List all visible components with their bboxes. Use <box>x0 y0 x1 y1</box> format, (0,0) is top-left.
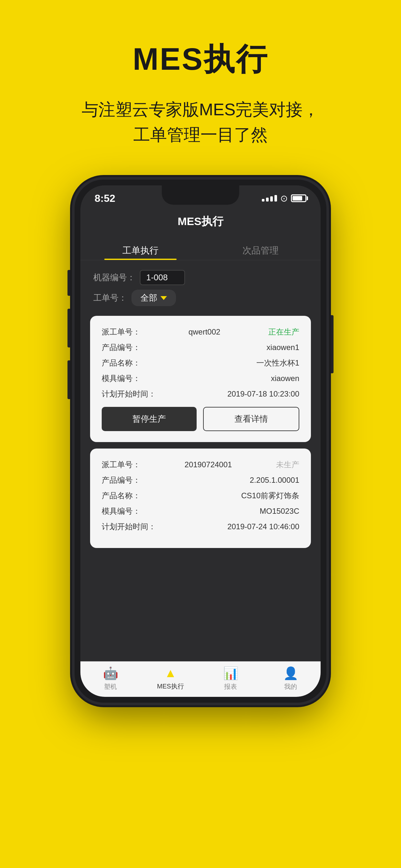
tab-work-order-label: 工单执行 <box>122 244 158 257</box>
battery-icon <box>291 194 306 202</box>
signal-icon <box>262 195 277 202</box>
card2-row-plan-start: 计划开始时间： 2019-07-24 10:46:00 <box>102 522 299 532</box>
chart-icon: 📊 <box>223 666 238 680</box>
product-code-value: xiaowen1 <box>267 343 299 352</box>
card2-plan-start-label: 计划开始时间： <box>102 522 156 532</box>
machine-filter-input[interactable]: 1-008 <box>140 270 185 285</box>
dropdown-arrow-icon <box>160 296 167 300</box>
card2-product-name-value: CS10前雾灯饰条 <box>241 491 299 501</box>
status-badge-pending: 未生产 <box>276 460 299 470</box>
phone-screen: 8:52 ⊙ MES执行 <box>81 185 320 697</box>
card-row-product-code: 产品编号： xiaowen1 <box>102 342 299 352</box>
pause-production-button[interactable]: 暂停生产 <box>102 407 197 431</box>
status-icons: ⊙ <box>262 193 306 204</box>
view-detail-button[interactable]: 查看详情 <box>203 407 299 431</box>
card-row-dispatch: 派工单号： qwert002 正在生产 <box>102 327 299 337</box>
page-subtitle: 与注塑云专家版MES完美对接， 工单管理一目了然 <box>82 97 320 147</box>
status-badge-producing: 正在生产 <box>268 327 299 337</box>
filter-row: 机器编号： 1-008 工单号： 全部 <box>81 260 320 309</box>
product-name-label: 产品名称： <box>102 358 141 368</box>
tab-defect-mgmt-label: 次品管理 <box>243 244 279 257</box>
card2-dispatch-no-label: 派工单号： <box>102 460 141 470</box>
workorder-filter: 工单号： 全部 <box>93 290 308 306</box>
app-header: MES执行 <box>81 209 320 235</box>
nav-item-mes[interactable]: ▲ MES执行 <box>141 666 201 691</box>
card2-plan-start-value: 2019-07-24 10:46:00 <box>227 522 299 531</box>
robot-icon: 🤖 <box>103 666 118 680</box>
card2-dispatch-no-value: 20190724001 <box>185 460 232 469</box>
machine-filter: 机器编号： 1-008 <box>93 270 308 285</box>
machine-filter-label: 机器编号： <box>93 272 135 283</box>
card-row-product-name: 产品名称： 一次性水杯1 <box>102 358 299 368</box>
card-row-mold: 模具编号： xiaowen <box>102 373 299 383</box>
phone-shell: 8:52 ⊙ MES执行 <box>74 180 327 703</box>
tab-work-order[interactable]: 工单执行 <box>81 235 201 260</box>
workorder-filter-value: 全部 <box>141 292 157 304</box>
workorder-filter-select[interactable]: 全部 <box>131 290 176 306</box>
card2-row-dispatch: 派工单号： 20190724001 未生产 <box>102 460 299 470</box>
workorder-filter-label: 工单号： <box>93 292 127 304</box>
mold-value: xiaowen <box>271 374 299 383</box>
nav-label-report: 报表 <box>224 682 237 691</box>
side-button-mute <box>67 270 72 296</box>
nav-item-machine[interactable]: 🤖 塑机 <box>81 666 141 691</box>
card2-row-product-name: 产品名称： CS10前雾灯饰条 <box>102 491 299 501</box>
card2-product-code-label: 产品编号： <box>102 475 141 485</box>
product-name-value: 一次性水杯1 <box>256 358 299 368</box>
app-header-title: MES执行 <box>178 214 223 229</box>
dispatch-no-value: qwert002 <box>189 328 220 337</box>
nav-label-machine: 塑机 <box>104 682 117 691</box>
product-code-label: 产品编号： <box>102 342 141 352</box>
phone-notch <box>162 185 239 205</box>
cards-area: 派工单号： qwert002 正在生产 产品编号： xiaowen1 产品名称：… <box>81 309 320 554</box>
card-actions: 暂停生产 查看详情 <box>102 407 299 431</box>
nav-item-report[interactable]: 📊 报表 <box>201 666 260 691</box>
status-time: 8:52 <box>95 192 115 205</box>
bottom-nav: 🤖 塑机 ▲ MES执行 📊 报表 👤 我的 <box>81 661 320 697</box>
card-row-plan-start: 计划开始时间： 2019-07-18 10:23:00 <box>102 389 299 399</box>
nav-item-profile[interactable]: 👤 我的 <box>260 666 320 691</box>
plan-start-label: 计划开始时间： <box>102 389 156 399</box>
card2-row-mold: 模具编号： MO15023C <box>102 506 299 516</box>
wifi-icon: ⊙ <box>280 193 288 204</box>
nav-label-mes: MES执行 <box>157 682 184 691</box>
tab-defect-mgmt[interactable]: 次品管理 <box>201 235 320 260</box>
card2-mold-label: 模具编号： <box>102 506 141 516</box>
side-button-vol-up <box>67 309 72 347</box>
mold-label: 模具编号： <box>102 373 141 383</box>
content-area: 机器编号： 1-008 工单号： 全部 <box>81 260 320 661</box>
triangle-icon: ▲ <box>164 666 177 680</box>
card2-mold-value: MO15023C <box>259 507 299 516</box>
work-order-card-1: 派工单号： qwert002 正在生产 产品编号： xiaowen1 产品名称：… <box>90 316 311 442</box>
plan-start-value: 2019-07-18 10:23:00 <box>227 390 299 399</box>
person-icon: 👤 <box>283 666 298 680</box>
card2-row-product-code: 产品编号： 2.205.1.00001 <box>102 475 299 485</box>
tab-active-indicator <box>104 259 176 260</box>
side-button-power <box>329 315 334 373</box>
nav-label-profile: 我的 <box>284 682 297 691</box>
side-button-vol-down <box>67 361 72 399</box>
card2-product-name-label: 产品名称： <box>102 491 141 501</box>
page-title: MES执行 <box>133 39 268 81</box>
work-order-card-2: 派工单号： 20190724001 未生产 产品编号： 2.205.1.0000… <box>90 448 311 548</box>
tab-bar-top: 工单执行 次品管理 <box>81 235 320 260</box>
phone-mockup: 8:52 ⊙ MES执行 <box>74 180 327 703</box>
card2-product-code-value: 2.205.1.00001 <box>250 476 299 485</box>
dispatch-no-label: 派工单号： <box>102 327 141 337</box>
